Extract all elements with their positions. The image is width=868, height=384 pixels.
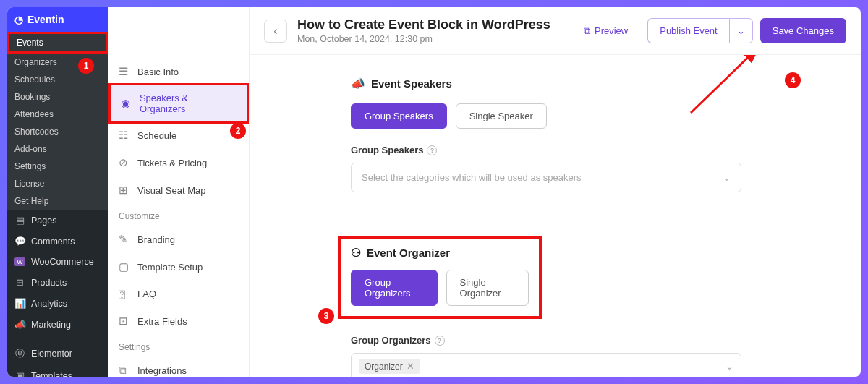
publish-button[interactable]: Publish Event — [647, 18, 729, 43]
organizer-chip: Organizer ✕ — [359, 359, 420, 374]
sec-item-schedule[interactable]: ☷Schedule — [109, 121, 249, 149]
annotation-badge-3: 3 — [318, 308, 334, 324]
woo-icon: W — [14, 257, 25, 266]
megaphone-icon: 📣 — [351, 77, 365, 90]
comments-icon: 💬 — [14, 236, 25, 247]
chevron-down-icon: ⌄ — [723, 172, 731, 183]
sidebar-item-settings[interactable]: Settings — [7, 158, 109, 175]
preview-button[interactable]: ⧉ Preview — [571, 18, 640, 44]
wp-menu-analytics[interactable]: 📊Analytics — [7, 293, 109, 314]
sec-item-speakers-organizers[interactable]: ◉Speakers & Organizers — [109, 83, 249, 124]
page-subtitle: Mon, October 14, 2024, 12:30 pm — [297, 34, 550, 44]
tab-group-organizers[interactable]: Group Organizers — [351, 270, 438, 306]
sec-item-seatmap[interactable]: ⊞Visual Seat Map — [109, 176, 249, 204]
external-link-icon: ⧉ — [584, 25, 590, 37]
back-button[interactable]: ‹ — [264, 20, 287, 43]
sec-item-tickets[interactable]: ⊘Tickets & Pricing — [109, 149, 249, 176]
tab-single-organizer[interactable]: Single Organizer — [446, 270, 529, 306]
tab-group-speakers[interactable]: Group Speakers — [351, 103, 447, 129]
extra-icon: ⊡ — [119, 315, 130, 328]
sidebar-item-attendees[interactable]: Attendees — [7, 106, 109, 123]
sidebar-item-gethelp[interactable]: Get Help — [7, 192, 109, 210]
help-icon[interactable]: ? — [435, 336, 445, 346]
tickets-icon: ⊘ — [119, 156, 130, 169]
chevron-left-icon: ‹ — [273, 25, 277, 38]
analytics-icon: 📊 — [14, 298, 25, 309]
annotation-arrow — [684, 55, 770, 120]
wp-menu-woocommerce[interactable]: WWooCommerce — [7, 252, 109, 272]
group-speakers-select[interactable]: Select the categories which will be used… — [351, 163, 741, 192]
schedule-icon: ☷ — [119, 129, 130, 142]
branding-icon: ✎ — [119, 233, 130, 246]
svg-line-0 — [691, 55, 760, 113]
wp-menu-pages[interactable]: ▤Pages — [7, 210, 109, 231]
marketing-icon: 📣 — [14, 319, 25, 330]
help-icon[interactable]: ? — [427, 145, 437, 155]
sec-head-settings: Settings — [109, 335, 249, 357]
wp-menu-marketing[interactable]: 📣Marketing — [7, 314, 109, 335]
wp-menu-elementor[interactable]: ⓔElementor — [7, 342, 109, 365]
sidebar-item-events[interactable]: Events — [7, 32, 109, 54]
chevron-down-icon: ⌄ — [737, 25, 745, 36]
template-icon: ▢ — [119, 260, 130, 273]
annotation-badge-1: 1 — [78, 58, 94, 74]
sec-item-branding[interactable]: ✎Branding — [109, 226, 249, 253]
group-organizers-label: Group Organizers ? — [351, 335, 861, 346]
products-icon: ⊞ — [14, 277, 25, 288]
sec-head-customize: Customize — [109, 204, 249, 226]
plugin-brand[interactable]: ◔ Eventin — [7, 7, 109, 32]
templates-icon: ▣ — [14, 370, 25, 377]
sec-item-integrations[interactable]: ⧉Integrations — [109, 357, 249, 377]
seatmap-icon: ⊞ — [119, 184, 130, 197]
sec-item-template[interactable]: ▢Template Setup — [109, 253, 249, 281]
sidebar-item-shortcodes[interactable]: Shortcodes — [7, 123, 109, 140]
save-changes-button[interactable]: Save Changes — [760, 18, 846, 43]
pages-icon: ▤ — [14, 215, 25, 226]
sidebar-item-schedules[interactable]: Schedules — [7, 71, 109, 88]
chevron-down-icon: ⌄ — [726, 361, 733, 372]
integrations-icon: ⧉ — [119, 364, 130, 377]
sec-item-faq[interactable]: ⍰FAQ — [109, 281, 249, 307]
page-title: How to Create Event Block in WordPress — [297, 17, 550, 33]
sidebar-item-addons[interactable]: Add-ons — [7, 140, 109, 158]
organizer-block-title: ⚇ Event Organizer — [351, 246, 529, 260]
sidebar-item-bookings[interactable]: Bookings — [7, 88, 109, 106]
publish-dropdown-button[interactable]: ⌄ — [729, 18, 753, 43]
tab-single-speaker[interactable]: Single Speaker — [456, 103, 547, 129]
faq-icon: ⍰ — [119, 288, 130, 300]
sec-item-extra-fields[interactable]: ⊡Extra Fields — [109, 307, 249, 335]
wp-menu-products[interactable]: ⊞Products — [7, 272, 109, 293]
organizer-icon: ⚇ — [351, 246, 361, 260]
annotation-badge-2: 2 — [230, 123, 246, 139]
sidebar-item-license[interactable]: License — [7, 175, 109, 192]
group-organizers-select[interactable]: Organizer ✕ ⌄ — [351, 353, 741, 377]
sec-item-basic-info[interactable]: ☰Basic Info — [109, 58, 249, 85]
info-icon: ☰ — [119, 65, 130, 78]
elementor-icon: ⓔ — [14, 347, 25, 360]
wp-menu-comments[interactable]: 💬Comments — [7, 231, 109, 252]
speakers-icon: ◉ — [121, 97, 132, 110]
annotation-badge-4: 4 — [785, 72, 801, 88]
chip-remove-icon[interactable]: ✕ — [407, 361, 414, 372]
wp-menu-templates[interactable]: ▣Templates — [7, 365, 109, 377]
eventin-icon: ◔ — [14, 14, 23, 25]
group-speakers-label: Group Speakers ? — [351, 145, 861, 155]
brand-label: Eventin — [27, 14, 64, 25]
